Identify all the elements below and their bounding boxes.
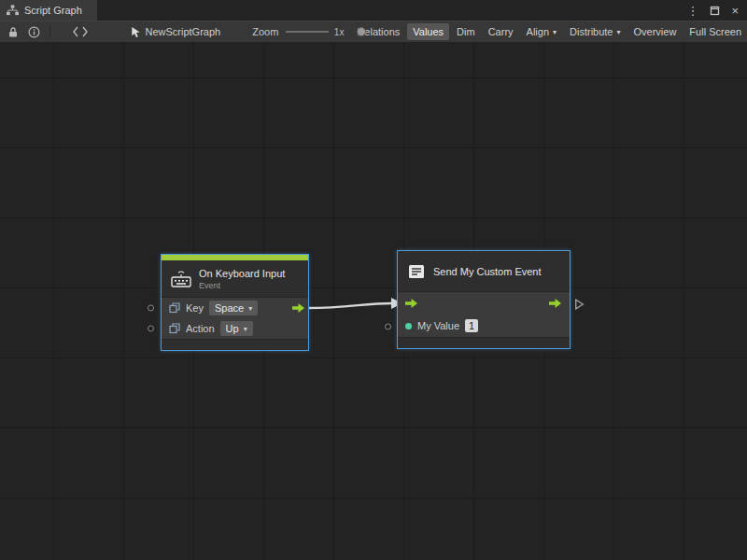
align-dropdown-button[interactable]: Align▾	[521, 23, 562, 40]
chevron-down-icon: ▾	[617, 28, 621, 36]
full-screen-button[interactable]: Full Screen	[684, 23, 747, 40]
chevron-down-icon: ▾	[248, 304, 252, 313]
node-title: On Keyboard Input	[199, 268, 285, 279]
keyboard-icon	[171, 270, 191, 287]
graph-toolbar: NewScriptGraph Zoom 1x Relations Values …	[0, 21, 747, 42]
distribute-dropdown-button[interactable]: Distribute▾	[564, 23, 626, 40]
chevron-down-icon: ▾	[244, 325, 247, 333]
code-view-icon[interactable]	[73, 26, 88, 37]
my-value-outer-port[interactable]	[385, 324, 391, 330]
node-send-my-custom-event[interactable]: Send My Custom Event My Value 1	[397, 250, 571, 349]
action-dropdown[interactable]: Up ▾	[220, 321, 253, 336]
zoom-slider[interactable]	[286, 26, 329, 37]
node-subtitle: Event	[199, 281, 285, 290]
action-label: Action	[186, 323, 215, 334]
overview-button[interactable]: Overview	[628, 23, 683, 40]
custom-event-icon	[407, 263, 426, 280]
toolbar-separator	[49, 25, 50, 39]
script-graph-icon	[7, 5, 19, 16]
tab-title: Script Graph	[24, 5, 82, 16]
flow-row	[398, 292, 570, 315]
connection-wire	[0, 42, 747, 560]
my-value-label: My Value	[417, 320, 459, 331]
list-output-port[interactable]	[574, 299, 585, 311]
window-menu-icon[interactable]: ⋮	[686, 5, 698, 17]
lock-icon[interactable]	[7, 26, 19, 38]
tab-script-graph[interactable]: Script Graph	[0, 0, 97, 21]
variable-icon	[169, 323, 180, 334]
dim-button[interactable]: Dim	[451, 23, 481, 40]
titlebar-drag-area	[97, 0, 687, 21]
key-dropdown[interactable]: Space ▾	[209, 301, 258, 315]
zoom-slider-track	[286, 31, 329, 33]
action-row: Action Up ▾	[162, 318, 308, 339]
my-value-input[interactable]: 1	[465, 319, 478, 332]
close-icon[interactable]: ×	[731, 5, 739, 17]
trigger-output-port[interactable]	[292, 302, 305, 314]
node-on-keyboard-input[interactable]: On Keyboard Input Event Key Space ▾	[161, 254, 309, 351]
my-value-row: My Value 1	[398, 315, 570, 337]
maximize-icon[interactable]	[710, 6, 720, 16]
trigger-input-port[interactable]	[405, 298, 418, 309]
node-header[interactable]: On Keyboard Input Event	[162, 260, 308, 298]
node-footer	[398, 337, 570, 348]
variable-icon	[169, 302, 180, 314]
action-input-port[interactable]	[148, 326, 154, 332]
trigger-output-port[interactable]	[549, 298, 562, 309]
chevron-down-icon: ▾	[553, 28, 557, 36]
node-footer	[162, 339, 308, 350]
zoom-label: Zoom	[252, 26, 278, 37]
carry-button[interactable]: Carry	[483, 23, 519, 40]
graph-canvas[interactable]: On Keyboard Input Event Key Space ▾	[0, 42, 747, 560]
key-input-port[interactable]	[148, 305, 154, 312]
key-row: Key Space ▾	[162, 298, 308, 318]
cursor-icon	[131, 26, 141, 38]
values-button[interactable]: Values	[407, 23, 449, 40]
key-label: Key	[186, 302, 204, 314]
titlebar: Script Graph ⋮ ×	[0, 0, 747, 21]
node-header[interactable]: Send My Custom Event	[398, 251, 570, 292]
zoom-value: 1x	[334, 27, 345, 37]
graph-name: NewScriptGraph	[146, 26, 221, 37]
info-icon[interactable]	[28, 26, 40, 38]
value-input-port[interactable]	[405, 323, 412, 329]
node-title: Send My Custom Event	[433, 266, 542, 277]
graph-breadcrumb[interactable]: NewScriptGraph	[131, 26, 221, 38]
